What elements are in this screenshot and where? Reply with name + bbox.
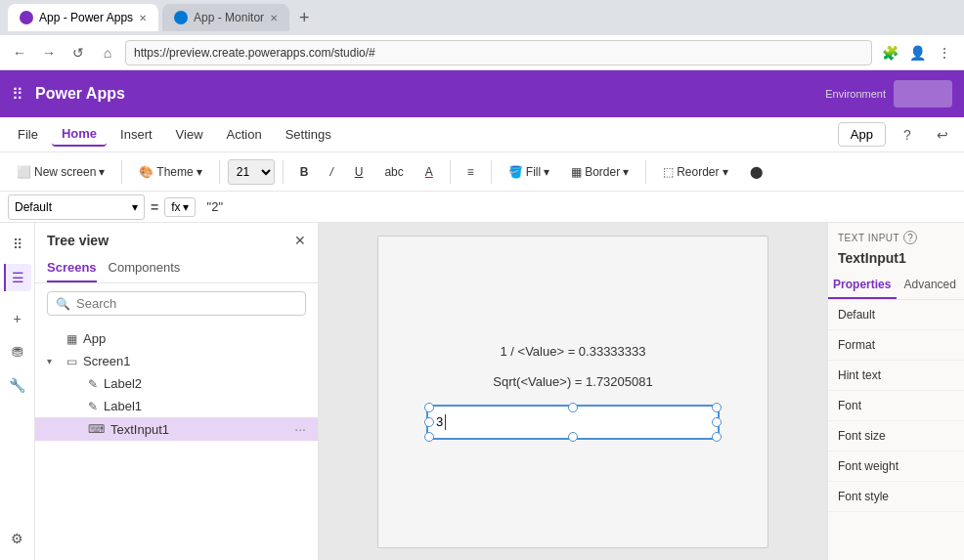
formula-value: "2"	[201, 199, 956, 214]
app-button[interactable]: App	[838, 122, 886, 147]
font-color-button[interactable]: A	[416, 161, 442, 183]
prop-font-style[interactable]: Font style	[828, 482, 964, 512]
new-tab-button[interactable]: +	[299, 8, 310, 28]
prop-hint-text[interactable]: Hint text	[828, 361, 964, 391]
avatar-bar[interactable]	[894, 80, 952, 108]
underline-button[interactable]: U	[346, 161, 372, 183]
sidebar-icon-database[interactable]: ⛃	[4, 338, 31, 366]
border-button[interactable]: ▦ Border ▾	[562, 161, 637, 183]
tab-close-power-apps[interactable]: ✕	[139, 13, 147, 23]
align-button[interactable]: ≡	[459, 161, 483, 183]
resize-handle-left[interactable]	[424, 417, 434, 427]
forward-button[interactable]: →	[37, 41, 61, 65]
new-screen-chevron: ▾	[99, 165, 105, 179]
prop-default[interactable]: Default	[828, 300, 964, 330]
tree-items: ▦ App ▾ ▭ Screen1 ✎ Label2 ✎ Label	[35, 323, 318, 560]
prop-font-weight[interactable]: Font weight	[828, 452, 964, 482]
avatar-area	[894, 80, 952, 108]
tree-close-button[interactable]: ✕	[294, 233, 306, 248]
menu-right: App ? ↩	[838, 121, 956, 149]
theme-icon: 🎨	[139, 165, 153, 179]
search-icon: 🔍	[56, 297, 70, 311]
reorder-button[interactable]: ⬚ Reorder ▾	[654, 161, 736, 183]
text-cursor	[445, 414, 446, 430]
fill-button[interactable]: 🪣 Fill ▾	[500, 161, 558, 183]
sidebar-icon-tools[interactable]: 🔧	[4, 371, 31, 399]
menu-view[interactable]: View	[166, 123, 213, 146]
fill-chevron: ▾	[544, 165, 549, 179]
home-button[interactable]: ⌂	[96, 41, 119, 65]
menu-settings[interactable]: Settings	[276, 123, 341, 146]
font-size-select[interactable]: 21	[228, 159, 275, 185]
resize-handle-top[interactable]	[568, 403, 578, 412]
new-screen-button[interactable]: ⬜ New screen ▾	[8, 161, 113, 183]
fill-icon: 🪣	[508, 165, 523, 179]
textinput1-icon: ⌨	[88, 422, 105, 436]
tree-item-textinput1[interactable]: ⌨ TextInput1 ···	[35, 417, 318, 441]
tree-tab-components[interactable]: Components	[109, 254, 181, 282]
back-button[interactable]: ←	[8, 41, 31, 65]
fx-button[interactable]: fx ▾	[164, 197, 195, 217]
textinput1-more-button[interactable]: ···	[294, 421, 306, 437]
tree-item-label1[interactable]: ✎ Label1	[35, 395, 318, 417]
border-icon: ▦	[571, 165, 582, 179]
type-label: TEXT INPUT	[838, 233, 899, 243]
undo-icon[interactable]: ↩	[929, 121, 956, 149]
resize-handle-bottom-right[interactable]	[712, 432, 722, 442]
resize-handle-top-right[interactable]	[712, 403, 722, 412]
tab-power-apps[interactable]: App - Power Apps ✕	[8, 4, 158, 31]
prop-format[interactable]: Format	[828, 330, 964, 361]
tree-item-label2[interactable]: ✎ Label2	[35, 372, 318, 395]
menu-button[interactable]: ⋮	[933, 41, 956, 65]
italic-button[interactable]: /	[321, 161, 341, 183]
align-objects-icon: ⬤	[750, 165, 763, 179]
help-icon-circle[interactable]: ?	[903, 231, 917, 244]
sidebar-icon-grid[interactable]: ⠿	[4, 231, 31, 258]
theme-chevron: ▾	[197, 165, 202, 179]
tree-item-app[interactable]: ▦ App	[35, 327, 318, 350]
help-icon[interactable]: ?	[894, 121, 921, 149]
text-input-control[interactable]: 3	[426, 405, 720, 440]
tree-tab-screens[interactable]: Screens	[47, 254, 97, 282]
resize-handle-right[interactable]	[712, 417, 722, 427]
menu-action[interactable]: Action	[217, 123, 272, 146]
resize-handle-bottom-left[interactable]	[424, 432, 434, 442]
refresh-button[interactable]: ↺	[66, 41, 90, 65]
tab-close-monitor[interactable]: ✕	[270, 13, 278, 23]
prop-font[interactable]: Font	[828, 391, 964, 421]
menu-insert[interactable]: Insert	[110, 123, 162, 146]
tab-advanced[interactable]: Advanced	[897, 272, 965, 299]
label1-icon: ✎	[88, 400, 98, 413]
tab-properties[interactable]: Properties	[828, 272, 897, 299]
tree-header: Tree view ✕	[35, 223, 318, 254]
property-dropdown[interactable]: Default ▾	[8, 194, 145, 220]
sidebar-icon-settings[interactable]: ⚙	[4, 525, 31, 552]
strikethrough-button[interactable]: abc	[375, 161, 412, 183]
resize-handle-top-left[interactable]	[424, 403, 434, 412]
sidebar-icon-layers[interactable]: ☰	[4, 264, 31, 291]
resize-handle-bottom[interactable]	[568, 432, 578, 442]
tab-monitor[interactable]: App - Monitor ✕	[162, 4, 289, 31]
align-objects-button[interactable]: ⬤	[741, 161, 771, 183]
tree-item-screen1[interactable]: ▾ ▭ Screen1	[35, 350, 318, 372]
menu-file[interactable]: File	[8, 123, 48, 146]
app-grid-icon[interactable]: ⠿	[12, 85, 23, 104]
menu-home[interactable]: Home	[52, 122, 107, 147]
tree-panel: Tree view ✕ Screens Components 🔍 ▦ App ▾…	[35, 223, 319, 560]
tab-label-power-apps: App - Power Apps	[39, 11, 133, 24]
fx-chevron: ▾	[183, 200, 189, 214]
theme-button[interactable]: 🎨 Theme ▾	[130, 161, 210, 183]
tab-icon-power-apps	[20, 11, 33, 24]
separator-4	[450, 160, 451, 184]
search-input[interactable]	[76, 296, 297, 311]
extensions-button[interactable]: 🧩	[878, 41, 901, 65]
calc-line2: Sqrt(<Value>) = 1.73205081	[493, 374, 652, 389]
bold-button[interactable]: B	[291, 161, 318, 183]
address-bar[interactable]	[125, 40, 872, 65]
separator-1	[121, 160, 122, 184]
sidebar-icon-add[interactable]: +	[4, 305, 31, 332]
font-color-label: A	[425, 165, 433, 179]
browser-chrome: App - Power Apps ✕ App - Monitor ✕ +	[0, 0, 964, 35]
profile-button[interactable]: 👤	[905, 41, 929, 65]
prop-font-size[interactable]: Font size	[828, 421, 964, 452]
